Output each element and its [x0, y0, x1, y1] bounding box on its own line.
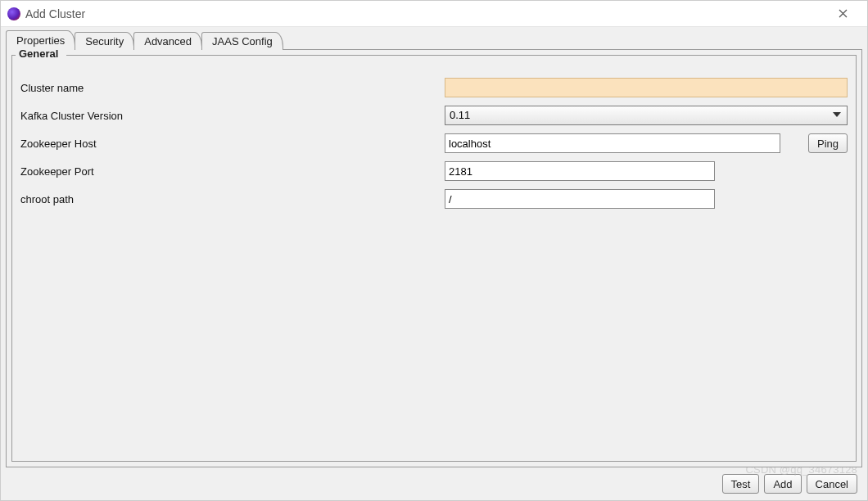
- tab-label: Security: [85, 35, 124, 47]
- cancel-button[interactable]: Cancel: [807, 474, 857, 494]
- form-grid: Cluster name Kafka Cluster Version 0.11: [20, 78, 848, 209]
- chevron-down-icon: [832, 110, 842, 122]
- tab-security[interactable]: Security: [75, 32, 134, 50]
- tabstrip: Properties Security Advanced JAAS Config: [6, 30, 862, 50]
- zk-port-input[interactable]: [445, 161, 715, 181]
- test-label: Test: [731, 478, 751, 490]
- add-button[interactable]: Add: [764, 474, 801, 494]
- titlebar: Add Cluster: [1, 1, 867, 27]
- ping-button[interactable]: Ping: [808, 133, 848, 153]
- window-title: Add Cluster: [25, 7, 825, 20]
- tab-panel-properties: General Cluster name Kafka Cluster Versi…: [6, 49, 862, 467]
- chroot-input[interactable]: [445, 189, 715, 209]
- cluster-name-label: Cluster name: [20, 82, 438, 94]
- close-button[interactable]: [825, 2, 861, 26]
- tab-advanced[interactable]: Advanced: [133, 32, 202, 50]
- cluster-name-input[interactable]: [445, 78, 848, 97]
- cancel-label: Cancel: [816, 478, 848, 490]
- general-groupbox: General Cluster name Kafka Cluster Versi…: [11, 55, 857, 462]
- tab-jaas-config[interactable]: JAAS Config: [201, 32, 283, 50]
- test-button[interactable]: Test: [722, 474, 760, 494]
- zk-host-input[interactable]: [445, 133, 780, 153]
- dialog-window: Add Cluster Properties Security Advanced…: [0, 0, 868, 501]
- chroot-label: chroot path: [20, 193, 438, 205]
- app-icon: [7, 7, 20, 20]
- kafka-version-value: 0.11: [450, 109, 470, 121]
- actionbar: Test Add Cancel: [6, 467, 862, 497]
- ping-label: Ping: [817, 138, 839, 150]
- client-area: Properties Security Advanced JAAS Config…: [1, 27, 867, 500]
- kafka-version-label: Kafka Cluster Version: [20, 110, 438, 122]
- tab-properties[interactable]: Properties: [6, 30, 75, 50]
- tab-label: Properties: [16, 34, 65, 47]
- add-label: Add: [773, 478, 792, 490]
- zk-host-label: Zookeeper Host: [20, 138, 438, 150]
- kafka-version-select[interactable]: 0.11: [445, 106, 848, 125]
- tab-label: JAAS Config: [212, 35, 273, 47]
- zk-port-label: Zookeeper Port: [20, 165, 438, 178]
- tab-label: Advanced: [144, 35, 192, 47]
- close-icon: [839, 9, 848, 18]
